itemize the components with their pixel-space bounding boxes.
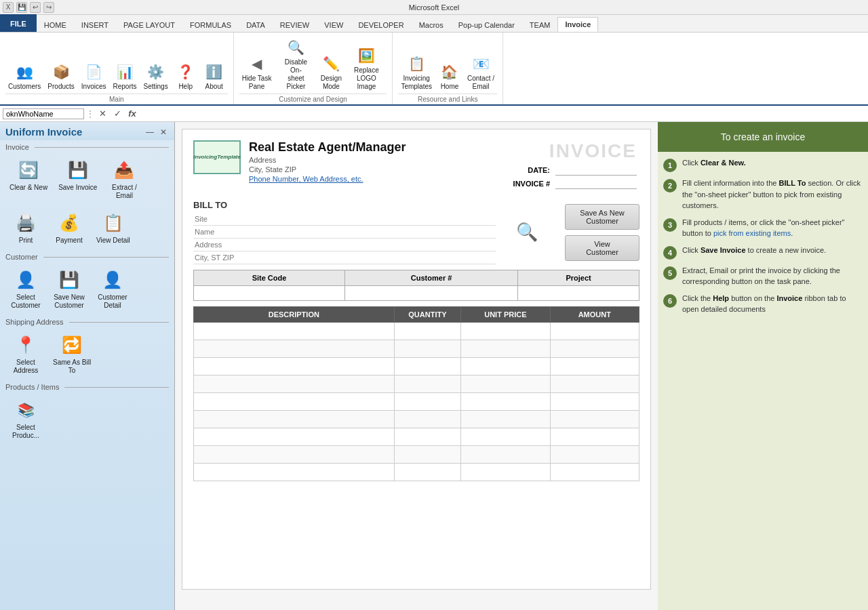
extract-email-button[interactable]: 📤 Extract /Email [104, 155, 144, 203]
task-pane-close[interactable]: ✕ [158, 127, 169, 138]
tab-developer[interactable]: DEVELOPER [351, 17, 411, 32]
tab-invoice[interactable]: Invoice [557, 17, 598, 32]
help-button[interactable]: ❓ Help [172, 60, 199, 92]
site-code-cell[interactable] [194, 286, 345, 301]
tab-formulas[interactable]: FORMULAS [182, 17, 239, 32]
pane-invoice-buttons: 🔄 Clear & New 💾 Save Invoice 📤 Extract /… [0, 152, 174, 205]
name-box[interactable] [3, 108, 84, 119]
tab-view[interactable]: VIEW [317, 17, 351, 32]
invoice-num-field[interactable] [555, 178, 637, 189]
select-address-label: SelectAddress [14, 359, 39, 375]
task-pane: Uniform Invoice — ✕ Invoice 🔄 Clear & Ne… [0, 122, 175, 610]
ribbon-main-label: Main [5, 94, 228, 103]
cancel-formula-button[interactable]: ✕ [96, 108, 108, 120]
step-text-1: Click Clear & New. [682, 157, 746, 169]
task-pane-minimize[interactable]: — [144, 127, 155, 138]
view-detail-label: View Detail [96, 237, 130, 245]
formula-input[interactable] [140, 109, 865, 119]
invoicing-templates-button[interactable]: 📋 InvoicingTemplates [398, 52, 435, 92]
replace-logo-button[interactable]: 🖼️ ReplaceLOGO Image [346, 43, 387, 92]
table-row [194, 411, 639, 428]
company-phone[interactable]: Phone Number, Web Address, etc. [249, 175, 406, 183]
contact-email-button[interactable]: 📧 Contact /Email [465, 52, 497, 92]
products-button[interactable]: 📦 Products [45, 60, 77, 92]
bill-to-site[interactable] [193, 213, 496, 226]
tab-file[interactable]: FILE [0, 14, 37, 32]
save-invoice-label: Save Invoice [58, 184, 97, 192]
bill-to-section: BILL TO 🔍 Save As NewCustomer ViewCustom… [182, 195, 650, 270]
save-new-customer-button[interactable]: 💾 Save NewCustomer [49, 265, 90, 312]
tab-data[interactable]: DATA [239, 17, 273, 32]
help-step-4: 4 Click Save Invoice to create a new inv… [663, 245, 863, 260]
site-table: Site Code Customer # Project [193, 270, 639, 301]
bill-to-address[interactable] [193, 239, 496, 251]
table-row [194, 446, 639, 464]
settings-button[interactable]: ⚙️ Settings [141, 60, 171, 92]
project-cell[interactable] [518, 286, 639, 301]
on-sheet-picker-button[interactable]: 🔍 Disable On-sheet Picker [275, 35, 316, 92]
on-sheet-picker-label: Disable On-sheet Picker [278, 58, 313, 91]
tab-team[interactable]: TEAM [522, 17, 558, 32]
bill-to-right: Save As NewCustomer ViewCustomer [558, 200, 639, 264]
invoice-num-row: INVOICE # [513, 178, 637, 189]
select-customer-icon: 👤 [14, 268, 38, 292]
customers-icon: 👥 [14, 61, 35, 83]
bill-to-city[interactable] [193, 251, 496, 264]
tab-home[interactable]: HOME [37, 17, 74, 32]
redo-icon[interactable]: ↪ [43, 2, 54, 13]
select-product-button[interactable]: 📚 SelectProduc... [5, 395, 46, 443]
help-pane-header: To create an invoice [658, 122, 868, 152]
reports-button[interactable]: 📊 Reports [111, 60, 140, 92]
payment-label: Payment [56, 237, 82, 245]
ribbon-tabs-bar: FILE HOME INSERT PAGE LAYOUT FORMULAS DA… [0, 15, 868, 33]
confirm-formula-button[interactable]: ✓ [111, 108, 123, 120]
save-invoice-button[interactable]: 💾 Save Invoice [54, 155, 101, 203]
save-as-new-customer-button[interactable]: Save As NewCustomer [565, 204, 639, 230]
customers-button[interactable]: 👥 Customers [5, 60, 43, 92]
invoices-label: Invoices [81, 83, 106, 91]
pane-customer-buttons: 👤 SelectCustomer 💾 Save NewCustomer 👤 Cu… [0, 262, 174, 315]
tab-insert[interactable]: INSERT [74, 17, 116, 32]
payment-button[interactable]: 💰 Payment [49, 208, 90, 247]
tab-popup-calendar[interactable]: Pop-up Calendar [451, 17, 522, 32]
table-row [194, 323, 639, 340]
design-mode-button[interactable]: ✏️ DesignMode [317, 52, 344, 92]
tab-page-layout[interactable]: PAGE LAYOUT [116, 17, 182, 32]
fx-button[interactable]: fx [126, 108, 138, 120]
view-customer-button[interactable]: ViewCustomer [565, 235, 639, 261]
search-magnifier-icon[interactable]: 🔍 [516, 222, 538, 243]
view-detail-button[interactable]: 📋 View Detail [92, 208, 134, 247]
contact-email-icon: 📧 [470, 53, 492, 75]
invoices-button[interactable]: 📄 Invoices [79, 60, 109, 92]
reports-icon: 📊 [114, 61, 136, 83]
clear-new-button[interactable]: 🔄 Clear & New [5, 155, 52, 203]
customer-detail-icon: 👤 [100, 268, 125, 292]
save-invoice-icon: 💾 [66, 158, 90, 182]
step-num-3: 3 [663, 218, 677, 232]
about-button[interactable]: ℹ️ About [201, 60, 228, 92]
undo-icon[interactable]: ↩ [30, 2, 41, 13]
save-icon[interactable]: 💾 [16, 2, 27, 13]
home-button[interactable]: 🏠 Home [436, 60, 463, 92]
tab-review[interactable]: REVIEW [273, 17, 317, 32]
ribbon-section-main: 👥 Customers 📦 Products 📄 Invoices 📊 Repo… [0, 33, 234, 104]
quantity-header: QUANTITY [394, 307, 461, 323]
hide-task-pane-button[interactable]: ◀ Hide TaskPane [239, 52, 275, 92]
invoice-title: INVOICE [513, 140, 637, 162]
customer-num-cell[interactable] [344, 286, 517, 301]
customers-label: Customers [8, 83, 41, 91]
tab-macros[interactable]: Macros [412, 17, 451, 32]
bill-to-name[interactable] [193, 226, 496, 239]
print-button[interactable]: 🖨️ Print [5, 208, 46, 247]
help-steps: 1 Click Clear & New. 2 Fill client infor… [658, 152, 868, 603]
products-icon: 📦 [50, 61, 72, 83]
same-as-bill-to-button[interactable]: 🔁 Same As BillTo [49, 330, 95, 378]
site-table-row [194, 286, 639, 301]
select-customer-button[interactable]: 👤 SelectCustomer [5, 265, 46, 312]
products-label: Products [47, 83, 74, 91]
customer-detail-button[interactable]: 👤 CustomerDetail [92, 265, 133, 312]
date-field[interactable] [555, 165, 637, 176]
select-address-button[interactable]: 📍 SelectAddress [5, 330, 46, 378]
task-pane-title: Uniform Invoice [5, 126, 82, 138]
description-header: DESCRIPTION [194, 307, 395, 323]
